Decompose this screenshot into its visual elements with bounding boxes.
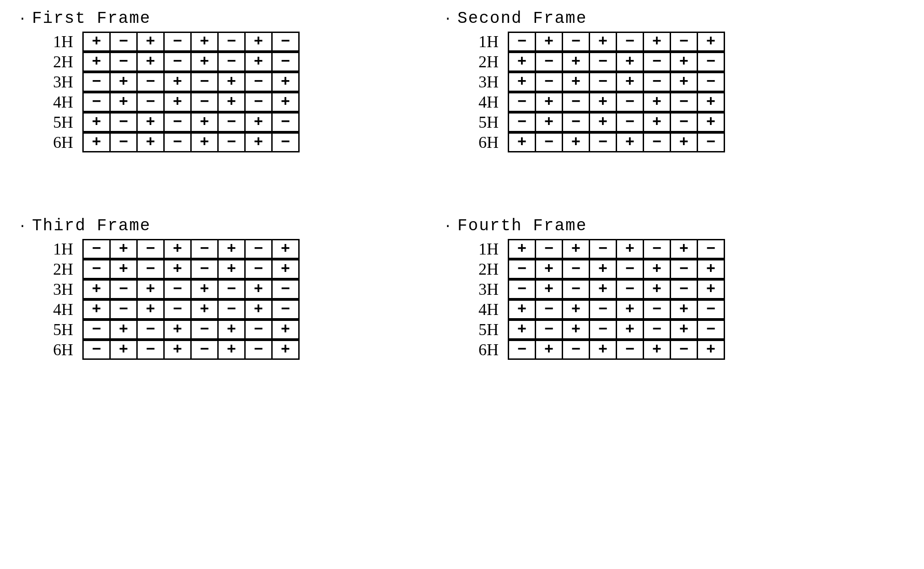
polarity-cell: − [191,320,218,339]
polarity-cell: + [245,33,272,51]
polarity-cell: + [563,300,590,319]
row-label: 3H [462,72,508,92]
polarity-cell: + [698,113,725,132]
polarity-cell: + [644,33,671,51]
polarity-row-table: −+−+−+−+ [82,72,300,92]
polarity-cell: + [698,33,725,51]
polarity-cell: − [509,260,536,279]
polarity-cell: + [590,113,617,132]
row-label: 1H [462,32,508,51]
polarity-cell: − [590,240,617,259]
polarity-cell: + [137,33,164,51]
polarity-row-table: +−+−+−+− [82,299,300,320]
polarity-cell: − [509,280,536,299]
polarity-cell: − [245,93,272,112]
polarity-cell: + [218,73,245,92]
frame-1: ·First Frame1H+−+−+−+−2H+−+−+−+−3H−+−+−+… [18,9,416,152]
grid-row: 4H−+−+−+−+ [462,92,842,112]
polarity-cell: − [644,53,671,71]
polarity-cell: − [272,280,299,299]
polarity-cell: + [110,93,137,112]
polarity-cell: + [563,240,590,259]
polarity-cell: + [644,260,671,279]
polarity-cell: − [536,73,563,92]
polarity-row-table: +−+−+−+− [508,72,725,92]
polarity-cell: − [191,93,218,112]
row-label: 2H [462,52,508,71]
polarity-cell: + [671,320,698,339]
polarity-cell: − [110,280,137,299]
row-label: 4H [37,300,82,319]
polarity-cell: − [137,240,164,259]
row-label: 1H [37,32,82,51]
grid-row: 4H+−+−+−+− [37,299,416,320]
polarity-cell: + [164,240,191,259]
polarity-row-table: +−+−+−+− [82,52,300,72]
polarity-cell: − [536,133,563,152]
polarity-cell: + [245,133,272,152]
polarity-row-table: −+−+−+−+ [508,340,725,360]
row-label: 6H [37,340,82,359]
polarity-cell: − [698,300,725,319]
polarity-cell: + [272,320,299,339]
bullet-icon: · [18,219,27,233]
grid-row: 1H−+−+−+−+ [37,239,416,259]
polarity-cell: − [164,300,191,319]
polarity-cell: − [245,341,272,359]
polarity-cell: − [218,113,245,132]
polarity-row-table: +−+−+−+− [82,132,300,152]
frame-4: ·Fourth Frame1H+−+−+−+−2H−+−+−+−+3H−+−+−… [444,217,842,360]
polarity-cell: − [83,341,110,359]
grid-row: 6H−+−+−+−+ [462,340,842,360]
polarity-cell: − [218,280,245,299]
polarity-cell: + [644,280,671,299]
polarity-cell: + [191,280,218,299]
row-label: 5H [462,320,508,339]
polarity-cell: − [218,133,245,152]
polarity-cell: − [164,53,191,71]
polarity-cell: − [644,240,671,259]
polarity-cell: + [83,33,110,51]
polarity-cell: − [671,260,698,279]
frame-title-text: Second Frame [457,9,587,28]
polarity-cell: + [191,113,218,132]
polarity-cell: + [110,73,137,92]
grid-row: 2H−+−+−+−+ [37,259,416,279]
polarity-cell: − [671,113,698,132]
grid-row: 5H+−+−+−+− [462,320,842,340]
polarity-cell: + [218,320,245,339]
polarity-cell: + [536,33,563,51]
polarity-row-table: −+−+−+−+ [508,92,725,112]
polarity-cell: + [83,53,110,71]
polarity-cell: − [536,240,563,259]
polarity-cell: − [563,93,590,112]
polarity-row-table: −+−+−+−+ [82,92,300,112]
polarity-cell: − [590,300,617,319]
polarity-cell: + [509,73,536,92]
polarity-cell: + [272,341,299,359]
row-label: 1H [37,239,82,259]
polarity-cell: − [617,33,644,51]
grid-row: 6H+−+−+−+− [37,132,416,152]
frame-title-text: Third Frame [32,217,151,235]
frame-3: ·Third Frame1H−+−+−+−+2H−+−+−+−+3H+−+−+−… [18,217,416,360]
row-label: 3H [37,280,82,299]
polarity-cell: + [272,73,299,92]
polarity-cell: − [245,73,272,92]
grid-row: 2H+−+−+−+− [462,52,842,72]
polarity-cell: − [617,280,644,299]
polarity-cell: − [671,341,698,359]
polarity-row-table: +−+−+−+− [82,112,300,132]
polarity-row-table: −+−+−+−+ [82,340,300,360]
polarity-cell: − [272,300,299,319]
polarity-cell: − [563,113,590,132]
row-label: 5H [37,113,82,132]
row-label: 5H [37,320,82,339]
polarity-cell: + [590,260,617,279]
grid-row: 6H+−+−+−+− [462,132,842,152]
polarity-cell: + [617,320,644,339]
polarity-cell: − [617,113,644,132]
grid-row: 1H+−+−+−+− [462,239,842,259]
polarity-cell: − [671,33,698,51]
polarity-cell: − [110,133,137,152]
